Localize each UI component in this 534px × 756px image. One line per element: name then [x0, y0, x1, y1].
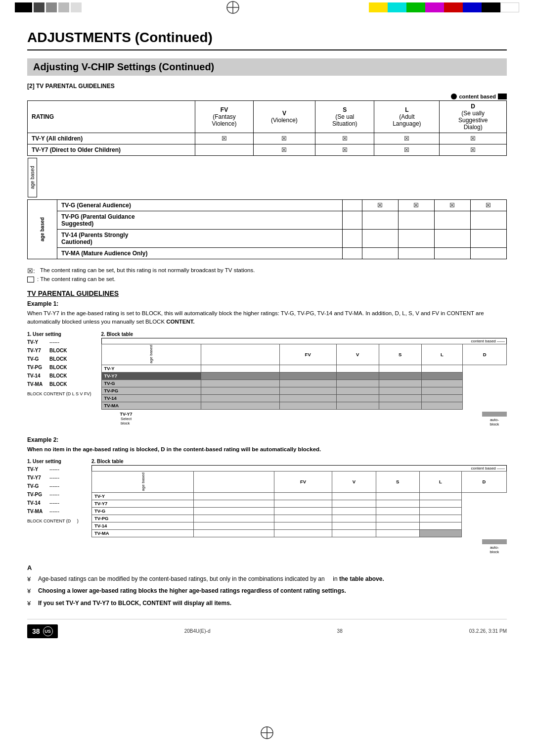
auto-block-text-2: auto-block: [490, 545, 499, 554]
legend-symbol-2: [27, 277, 34, 283]
mini-tv-ma-s: [336, 402, 379, 409]
mini-2-tv-y-fv: [194, 492, 274, 500]
mini-tv-y-v: [279, 365, 336, 372]
mini-tv-pg-fv: [201, 387, 279, 394]
fv-header: FV(FantasyViolence): [195, 101, 254, 133]
mini-row-2-tv-g: TV-G: [92, 507, 507, 515]
table-row: age based: [28, 156, 507, 200]
tv-y-s: ☒: [315, 133, 374, 144]
mini-2-tv-14-fv: [194, 522, 274, 529]
d-header: D(Se uallySuggestiveDialog): [440, 101, 507, 133]
example-2-title: Example 2:: [27, 436, 507, 443]
example-1-block: Example 1: When TV-Y7 in the age-based r…: [27, 300, 507, 426]
table-labels-1: TV-Y7 Selectblock auto-block: [101, 412, 507, 426]
mini-fv-col-2: FV: [274, 472, 332, 492]
tv-y-fv: ☒: [195, 133, 254, 144]
mini-2-tv-g: TV-G: [92, 507, 194, 515]
mini-tv-y7-s: [336, 372, 379, 379]
top-decorative-bar: [0, 0, 534, 15]
mini-2-tv-ma-fv: [194, 529, 274, 537]
mini-2-tv-y7-l: [376, 500, 419, 507]
rating-header: RATING: [28, 101, 195, 133]
mini-tv-ma: TV-MA: [101, 402, 201, 409]
mini-tv-y-l: [379, 365, 421, 372]
auto-block-label-1: auto-block: [482, 412, 507, 426]
note-title: A: [27, 564, 507, 571]
user-row-2-tv-y: TV-Y------: [27, 465, 82, 473]
legend-text-2: : The content rating can be set.: [37, 276, 115, 282]
ratings-table-wrapper: content based RATING FV(FantasyViolence)…: [27, 94, 507, 259]
mini-tv-g: TV-G: [101, 379, 201, 387]
ratings-table: RATING FV(FantasyViolence) V(Violence) S…: [27, 100, 507, 200]
block-table-container-2: content based —— age based FV V S L: [91, 465, 507, 554]
color-cyan: [388, 2, 406, 12]
mini-2-tv-14-s: [332, 522, 376, 529]
mini-tv-ma-v: [279, 402, 336, 409]
right-color-bars: [369, 0, 534, 15]
age-based-vertical-label: age based: [28, 200, 57, 259]
mini-2-tv-y7-fv: [194, 500, 274, 507]
bar-1: [15, 2, 32, 12]
mini-2-tv-g-fv: [194, 507, 274, 515]
mini-tv-14-s: [336, 394, 379, 402]
tv-pg-v: [362, 211, 398, 230]
color-yellow: [369, 2, 388, 12]
mini-row-2-tv-ma: TV-MA: [92, 529, 507, 537]
mini-2-tv-pg-fv: [194, 515, 274, 522]
tv-parental-section: TV PARENTAL GUIDELINES Example 1: When T…: [27, 289, 507, 554]
user-row-tv-ma: TV-MABLOCK: [27, 380, 91, 388]
mini-2-tv-14-v: [274, 522, 332, 529]
mini-tv-y7-d: [421, 372, 462, 379]
note-item-1: ¥ Age-based ratings can be modified by t…: [27, 574, 507, 585]
tv-g-l: ☒: [434, 200, 470, 211]
tv-ma-d: [470, 248, 506, 259]
mini-2-tv-14-d: [419, 522, 461, 529]
example-2-tables: 1. User setting TV-Y------ TV-Y7------ T…: [27, 459, 507, 554]
mini-tv-y-fv: [201, 365, 279, 372]
mini-2-tv-pg-s: [332, 515, 376, 522]
tv-g-v: ☒: [362, 200, 398, 211]
mini-2-tv-ma-l: [376, 529, 419, 537]
legend-section: ☒: The content rating can be set, but th…: [27, 267, 507, 283]
page-number-badge: 38 US: [27, 624, 58, 638]
tv-g-label: TV-G (General Audience): [57, 200, 343, 211]
tv-y7-select-label: TV-Y7 Selectblock: [120, 412, 133, 426]
tv-g-d: ☒: [470, 200, 506, 211]
color-red: [444, 2, 463, 12]
mini-age-label-2: age based: [92, 472, 194, 492]
section-title: Adjusting V-CHIP Settings (Continued): [27, 58, 507, 76]
footer-center-page: 38: [337, 628, 343, 634]
color-black2: [482, 2, 500, 12]
tv-pg-d: [470, 211, 506, 230]
tv-pg-label: TV-PG (Parental GuidanceSuggested): [57, 211, 343, 230]
user-row-2-tv-ma: TV-MA------: [27, 507, 82, 516]
table-labels-2: auto-block: [91, 539, 507, 554]
bottom-crosshair: [260, 726, 274, 741]
mini-2-tv-g-v: [274, 507, 332, 515]
mini-2-tv-y-v: [274, 492, 332, 500]
tv-pg-row: TV-PG (Parental GuidanceSuggested): [28, 211, 507, 230]
mini-2-tv-y-l: [376, 492, 419, 500]
mini-tv-14-v: [279, 394, 336, 402]
mini-tv-ma-fv: [201, 402, 279, 409]
rect-icon: [498, 94, 507, 99]
example-2-text: When no item in the age-based rating is …: [27, 445, 507, 454]
legend-symbol-1: ☒:: [27, 267, 37, 275]
tv-y7-l: ☒: [374, 144, 440, 156]
mini-header-row-2: age based FV V S L D: [92, 472, 507, 492]
mini-2-tv-ma-d: [419, 529, 461, 537]
mini-tv-y-d: [421, 365, 462, 372]
user-setting-header: 1. User setting: [27, 331, 91, 337]
user-row-tv-pg: TV-PGBLOCK: [27, 363, 91, 372]
mini-2-tv-g-d: [419, 507, 461, 515]
mini-row-tv-pg: TV-PG: [101, 387, 506, 394]
yen-icon-3: ¥: [27, 599, 35, 609]
mini-2-tv-y-d: [419, 492, 461, 500]
v-header: V(Violence): [253, 101, 315, 133]
mini-fv-header: [201, 344, 279, 365]
mini-tv-g-d: [421, 379, 462, 387]
color-white: [500, 2, 519, 12]
color-blue: [463, 2, 482, 12]
user-row-tv-y7: TV-Y7BLOCK: [27, 346, 91, 355]
tv-y-label: TV-Y (All children): [28, 133, 195, 144]
